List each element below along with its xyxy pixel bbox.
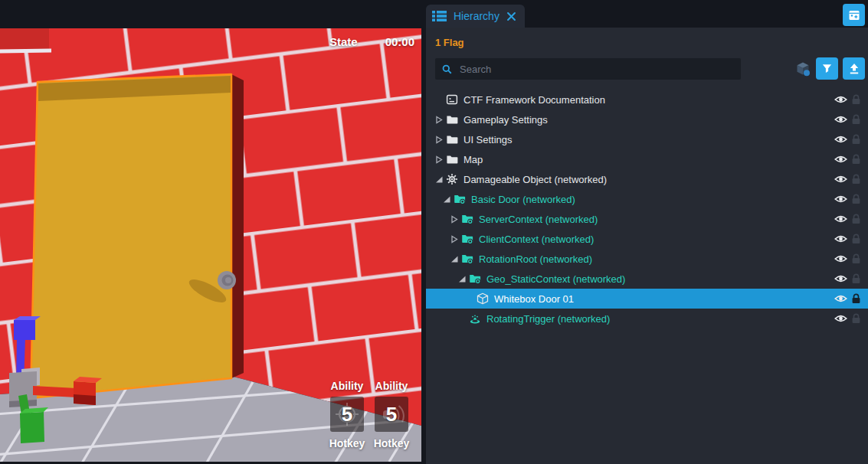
- visibility-eye-icon[interactable]: [834, 314, 847, 323]
- tree-row[interactable]: Basic Door (networked): [426, 189, 868, 209]
- bundle-icon: [469, 273, 482, 285]
- tree-row[interactable]: Whitebox Door 01: [426, 289, 868, 309]
- folder-icon: [446, 113, 459, 126]
- visibility-eye-icon[interactable]: [834, 115, 847, 124]
- lock-icon[interactable]: [851, 154, 861, 165]
- ability-box: 5: [375, 397, 408, 432]
- match-timer: 00:00: [385, 35, 414, 48]
- folder-icon: [446, 133, 459, 145]
- calendar-icon: [848, 9, 860, 21]
- indent: [435, 259, 450, 260]
- lock-icon[interactable]: [851, 234, 861, 244]
- expand-arrow-icon[interactable]: [450, 235, 461, 243]
- expand-arrow-icon[interactable]: [435, 155, 446, 164]
- visibility-eye-icon[interactable]: [834, 214, 847, 224]
- search-input[interactable]: [458, 63, 735, 76]
- visibility-eye-icon[interactable]: [834, 175, 847, 184]
- tree-row[interactable]: Map: [426, 149, 868, 169]
- filter-button[interactable]: [816, 57, 838, 80]
- gear-icon: [446, 173, 459, 185]
- hierarchy-panel-body: 1 Flag CTF Framewo: [426, 28, 868, 464]
- node-label: Geo_StaticContext (networked): [486, 273, 625, 285]
- hierarchy-panel: Hierarchy 1 Flag: [426, 0, 868, 464]
- lock-icon[interactable]: [851, 273, 861, 284]
- node-label: UI Settings: [463, 134, 513, 145]
- expand-arrow-icon[interactable]: [435, 116, 446, 124]
- folder-icon: [446, 153, 459, 165]
- hierarchy-list-icon: [432, 10, 447, 22]
- flag-count-badge: 1 Flag: [435, 37, 464, 48]
- close-icon[interactable]: [507, 12, 516, 21]
- indent: [435, 299, 466, 299]
- editor-window: { "colors": { "accent_blue": "#2aa0e0", …: [0, 0, 868, 464]
- lock-icon[interactable]: [851, 194, 861, 204]
- door-object[interactable]: [31, 74, 244, 398]
- calendar-button[interactable]: [843, 4, 865, 26]
- filter-icon: [821, 63, 833, 74]
- tree-row[interactable]: CTF Framework Documentation: [426, 90, 868, 109]
- lock-icon[interactable]: [851, 174, 861, 185]
- node-label: RotationRoot (networked): [479, 253, 592, 265]
- prefab-cube-icon[interactable]: [795, 61, 811, 77]
- ability-hotkey-number: 5: [386, 403, 397, 426]
- tree-row[interactable]: Damageable Object (networked): [426, 169, 868, 189]
- upload-button[interactable]: [843, 57, 865, 80]
- lock-icon[interactable]: [851, 253, 861, 264]
- search-icon: [441, 64, 453, 75]
- visibility-eye-icon[interactable]: [834, 254, 847, 263]
- hierarchy-tree: CTF Framework Documentation Gameplay Set…: [426, 90, 868, 328]
- lock-icon[interactable]: [851, 313, 861, 324]
- ability-hotkey-number: 5: [342, 403, 352, 426]
- expand-arrow-icon[interactable]: [450, 255, 461, 263]
- visibility-eye-icon[interactable]: [834, 194, 847, 204]
- search-bar[interactable]: [435, 58, 741, 80]
- tree-row[interactable]: RotationRoot (networked): [426, 249, 868, 269]
- node-label: Map: [463, 154, 483, 165]
- tree-row[interactable]: ClientContext (networked): [426, 229, 868, 249]
- node-label: CTF Framework Documentation: [463, 94, 605, 106]
- visibility-eye-icon[interactable]: [834, 135, 847, 144]
- expand-arrow-icon[interactable]: [450, 215, 461, 224]
- expand-arrow-icon[interactable]: [435, 136, 446, 144]
- expand-arrow-icon[interactable]: [443, 195, 454, 204]
- ability-slot-2: Ability 5 Hotkey: [375, 380, 408, 449]
- ability-label: Ability: [331, 380, 364, 392]
- indent: [435, 319, 458, 319]
- visibility-eye-icon[interactable]: [834, 274, 847, 283]
- ability-box: 5: [330, 397, 364, 432]
- tree-row[interactable]: RotatingTrigger (networked): [426, 309, 868, 328]
- gizmo-z-handle[interactable]: [14, 320, 35, 340]
- visibility-eye-icon[interactable]: [834, 294, 847, 303]
- visibility-eye-icon[interactable]: [834, 155, 847, 164]
- door-frame-edge: [231, 74, 244, 378]
- node-label: Whitebox Door 01: [494, 293, 574, 305]
- trigger-icon: [469, 312, 482, 325]
- bundle-icon: [461, 233, 474, 245]
- indent: [435, 279, 458, 279]
- tree-row[interactable]: Gameplay Settings: [426, 109, 868, 129]
- tree-row[interactable]: Geo_StaticContext (networked): [426, 269, 868, 289]
- expand-arrow-icon[interactable]: [435, 175, 446, 184]
- upload-icon: [848, 63, 860, 75]
- node-label: RotatingTrigger (networked): [486, 313, 610, 325]
- door-panel[interactable]: [31, 74, 231, 398]
- game-viewport[interactable]: State 00:00 Ability 5 Hotkey Ability 5 H…: [0, 28, 421, 462]
- expand-arrow-icon[interactable]: [458, 275, 469, 283]
- tab-hierarchy[interactable]: Hierarchy: [426, 5, 525, 28]
- bundle-icon: [454, 193, 467, 205]
- lock-icon[interactable]: [851, 114, 861, 125]
- tab-title: Hierarchy: [454, 10, 500, 22]
- indent: [435, 219, 450, 220]
- tree-row[interactable]: ServerContext (networked): [426, 209, 868, 229]
- lock-icon[interactable]: [851, 293, 861, 304]
- tree-row[interactable]: UI Settings: [426, 129, 868, 149]
- lock-icon[interactable]: [851, 134, 861, 145]
- gizmo-y-handle[interactable]: [20, 412, 44, 443]
- indent: [435, 239, 450, 240]
- wall-block: [0, 28, 49, 49]
- visibility-eye-icon[interactable]: [834, 95, 847, 104]
- lock-icon[interactable]: [851, 214, 861, 224]
- visibility-eye-icon[interactable]: [834, 234, 847, 243]
- wall-block-grout: [0, 51, 51, 51]
- lock-icon[interactable]: [851, 94, 861, 105]
